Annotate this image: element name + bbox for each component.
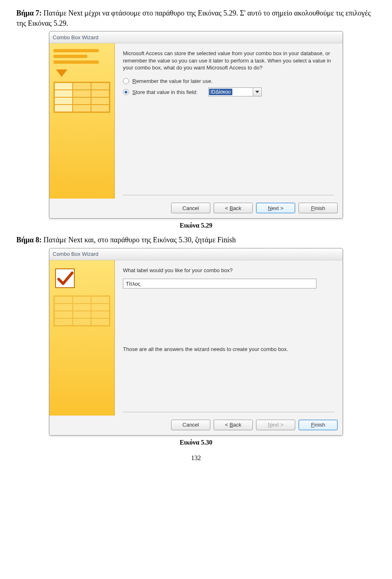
combo-field[interactable]: IDΔίσκου [208, 87, 253, 96]
back-button[interactable]: < Back [214, 203, 253, 213]
titlebar: Combo Box Wizard [49, 248, 343, 260]
window-title: Combo Box Wizard [53, 34, 98, 40]
cancel-button[interactable]: Cancel [171, 420, 210, 430]
figure-caption-1: Εικόνα 5.29 [16, 222, 376, 229]
arrow-down-icon [56, 69, 67, 77]
step8-text: Πατάμε Next και, στο παράθυρο της Εικόνα… [42, 236, 236, 244]
wizard-sidebar [49, 43, 115, 199]
radio-store-label: Store that value in this field: [132, 89, 198, 95]
wizard-sidebar [49, 260, 115, 416]
wizard-description: Microsoft Access can store the selected … [123, 50, 334, 72]
combo-value: IDΔίσκου [209, 89, 232, 95]
window-title: Combo Box Wizard [53, 251, 98, 257]
back-button[interactable]: < Back [214, 420, 253, 430]
chevron-down-icon [255, 91, 259, 93]
separator [123, 412, 334, 412]
label-input[interactable]: Τίτλος [123, 279, 316, 288]
sidebar-table-icon [53, 82, 110, 113]
finish-button[interactable]: Finish [298, 420, 338, 430]
finish-button[interactable]: Finish [298, 203, 338, 213]
sidebar-decoration [53, 60, 99, 64]
sidebar-decoration [53, 49, 99, 52]
page-number: 132 [16, 454, 376, 462]
combo-dropdown-button[interactable] [253, 87, 262, 96]
cancel-button[interactable]: Cancel [171, 203, 210, 213]
sidebar-decoration [53, 55, 87, 58]
label-input-value: Τίτλος [126, 281, 140, 287]
wizard-window-1: Combo Box Wizard Microsoft Access can st… [49, 31, 343, 219]
checkmark-icon [55, 268, 75, 288]
radio-icon [123, 78, 129, 84]
titlebar: Combo Box Wizard [49, 31, 343, 43]
sidebar-table-icon [53, 295, 110, 326]
step7-paragraph: Βήμα 7: Πατάμε Next μέχρι να φτάσουμε στ… [16, 8, 376, 29]
step7-text: Πατάμε Next μέχρι να φτάσουμε στο παράθυ… [16, 9, 371, 27]
figure-caption-2: Εικόνα 5.30 [16, 439, 376, 446]
radio-store[interactable]: Store that value in this field: IDΔίσκου [123, 87, 334, 96]
step8-paragraph: Βήμα 8: Πατάμε Next και, στο παράθυρο τη… [16, 235, 376, 245]
wizard-closing: Those are all the answers the wizard nee… [123, 346, 334, 353]
radio-remember-label: Remember the value for later use. [132, 78, 213, 84]
step7-label: Βήμα 7: [16, 9, 42, 17]
wizard-window-2: Combo Box Wizard What label would you li… [49, 248, 343, 436]
next-button: Next > [256, 420, 295, 430]
step8-label: Βήμα 8: [16, 236, 42, 244]
radio-remember[interactable]: Remember the value for later use. [123, 78, 334, 84]
field-combo[interactable]: IDΔίσκου [208, 87, 262, 96]
next-button[interactable]: Next > [256, 203, 295, 213]
radio-icon [123, 89, 129, 95]
wizard-question: What label would you like for your combo… [123, 267, 334, 274]
separator [123, 195, 334, 195]
